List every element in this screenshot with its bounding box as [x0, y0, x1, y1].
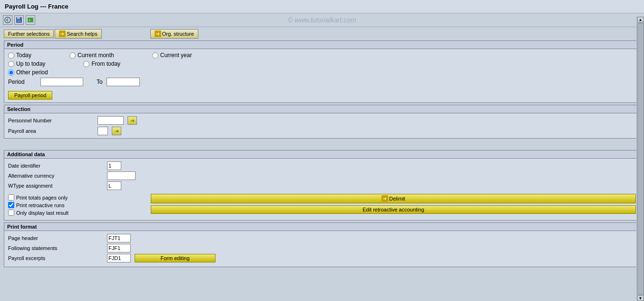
search-helps-arrow-icon: ➔	[59, 30, 66, 37]
print-retroactive-checkbox[interactable]	[8, 202, 14, 208]
period-section: Period Today Current month Current year	[4, 40, 640, 103]
period-radio-row3: Other period	[8, 69, 636, 76]
following-statements-input[interactable]	[107, 244, 131, 252]
period-from-input[interactable]	[40, 78, 83, 86]
search-helps-label: Search helps	[67, 31, 97, 37]
current-month-radio[interactable]	[69, 52, 76, 59]
find-icon[interactable]: ≡	[26, 15, 35, 25]
current-year-radio[interactable]	[152, 52, 158, 59]
wtype-label: WType assignment	[8, 183, 103, 189]
from-today-radio[interactable]	[83, 61, 89, 67]
scroll-up-button[interactable]: ▲	[637, 17, 644, 22]
from-today-label: From today	[91, 60, 120, 67]
other-period-radio[interactable]	[8, 70, 14, 76]
wtype-input[interactable]	[107, 181, 121, 190]
period-section-body: Today Current month Current year Up to t…	[4, 49, 640, 102]
period-from-today-item: From today	[83, 60, 120, 67]
period-up-to-today-item: Up to today	[8, 60, 45, 67]
current-month-label: Current month	[78, 52, 114, 59]
period-section-title: Period	[4, 41, 640, 49]
payroll-excerpts-input[interactable]	[107, 254, 131, 262]
print-format-section: Print format Page header Following state…	[4, 222, 640, 267]
toolbar: ≡ © www.tutorialkart.com	[0, 13, 644, 27]
print-retroactive-row: Print retroactive runs	[8, 202, 141, 208]
today-radio[interactable]	[8, 52, 14, 59]
alt-currency-input[interactable]	[107, 171, 136, 180]
checkboxes-btns-row: Print totals pages only Print retroactiv…	[8, 193, 636, 217]
page-header-label: Page header	[8, 235, 103, 241]
payroll-period-btn-row: Payroll period	[8, 88, 636, 100]
current-year-label: Current year	[160, 52, 192, 59]
only-last-result-checkbox[interactable]	[8, 210, 14, 216]
tab-org-structure[interactable]: ➔ Org. structure	[150, 29, 198, 39]
blank-spacer	[4, 140, 640, 150]
payroll-area-label: Payroll area	[8, 128, 94, 134]
up-to-today-label: Up to today	[16, 60, 45, 67]
period-today-item: Today	[8, 52, 31, 59]
period-current-year-item: Current year	[152, 52, 192, 59]
checkboxes-col: Print totals pages only Print retroactiv…	[8, 193, 141, 217]
payroll-area-row: Payroll area ➔	[8, 127, 636, 135]
page-header-input[interactable]	[107, 234, 131, 242]
edit-retroactive-button[interactable]: Edit retroactive accounting	[151, 205, 636, 214]
period-radio-row2: Up to today From today	[8, 60, 636, 67]
tab-search-helps[interactable]: ➔ Search helps	[55, 29, 101, 39]
scroll-track	[637, 23, 644, 295]
delimit-button[interactable]: ➔ Delimit	[151, 194, 636, 203]
payroll-period-button[interactable]: Payroll period	[8, 91, 52, 100]
further-selections-label: Further selections	[8, 31, 49, 37]
personnel-number-arrow-btn[interactable]: ➔	[127, 116, 137, 125]
selection-section-body: Personnel Number ➔ Payroll area ➔	[4, 113, 640, 138]
page-title: Payroll Log --- France	[5, 3, 68, 10]
print-format-title: Print format	[4, 223, 640, 231]
print-retroactive-label: Print retroactive runs	[16, 202, 64, 208]
payroll-area-input[interactable]	[98, 127, 108, 135]
org-structure-arrow-icon: ➔	[155, 30, 161, 37]
personnel-arrow-icon: ➔	[130, 118, 135, 124]
date-identifier-row: Date identifier	[8, 161, 636, 170]
action-buttons-col: ➔ Delimit Edit retroactive accounting	[151, 193, 636, 217]
print-totals-label: Print totals pages only	[16, 195, 68, 201]
period-radio-row1: Today Current month Current year	[8, 52, 636, 59]
period-input-row: Period To	[8, 78, 636, 86]
additional-data-title: Additional data	[4, 150, 640, 159]
period-current-month-item: Current month	[69, 52, 114, 59]
period-to-label: To	[97, 79, 103, 85]
up-to-today-radio[interactable]	[8, 61, 14, 67]
period-other-item: Other period	[8, 69, 48, 76]
period-to-input[interactable]	[107, 78, 140, 86]
print-format-body: Page header Following statements Payroll…	[4, 231, 640, 267]
wtype-row: WType assignment	[8, 181, 636, 190]
alt-currency-row: Alternative currency	[8, 171, 636, 180]
delimit-label: Delimit	[389, 196, 405, 201]
date-identifier-input[interactable]	[107, 161, 121, 170]
payroll-area-arrow-btn[interactable]: ➔	[112, 127, 121, 135]
tab-bar: Further selections ➔ Search helps ➔ Org.…	[4, 29, 640, 39]
personnel-number-input[interactable]	[98, 116, 124, 125]
svg-rect-3	[17, 20, 21, 22]
selection-section: Selection Personnel Number ➔ Payroll are…	[4, 105, 640, 139]
right-scrollbar: ▲ ▼	[636, 17, 644, 301]
selection-section-title: Selection	[4, 105, 640, 113]
payroll-excerpts-label: Payroll excerpts	[8, 255, 103, 261]
save-icon[interactable]	[14, 15, 24, 25]
page-header-row: Page header	[8, 234, 636, 242]
print-totals-checkbox[interactable]	[8, 194, 14, 201]
delimit-arrow-icon: ➔	[381, 195, 388, 202]
personnel-row: Personnel Number ➔	[8, 116, 636, 125]
personnel-number-label: Personnel Number	[8, 118, 94, 123]
form-editing-button[interactable]: Form editing	[135, 254, 215, 262]
only-last-result-row: Only display last result	[8, 210, 141, 216]
edit-retroactive-label: Edit retroactive accounting	[362, 207, 424, 212]
alt-currency-label: Alternative currency	[8, 173, 103, 179]
additional-data-section: Additional data Date identifier Alternat…	[4, 150, 640, 221]
watermark: © www.tutorialkart.com	[288, 16, 356, 24]
back-icon[interactable]	[3, 15, 12, 25]
main-content: Further selections ➔ Search helps ➔ Org.…	[0, 27, 644, 295]
period-field-label: Period	[8, 79, 37, 85]
only-last-result-label: Only display last result	[16, 210, 68, 216]
tab-further-selections[interactable]: Further selections	[4, 30, 54, 38]
scroll-down-button[interactable]: ▼	[637, 295, 644, 301]
org-structure-label: Org. structure	[162, 31, 194, 37]
svg-text:≡: ≡	[29, 19, 30, 22]
